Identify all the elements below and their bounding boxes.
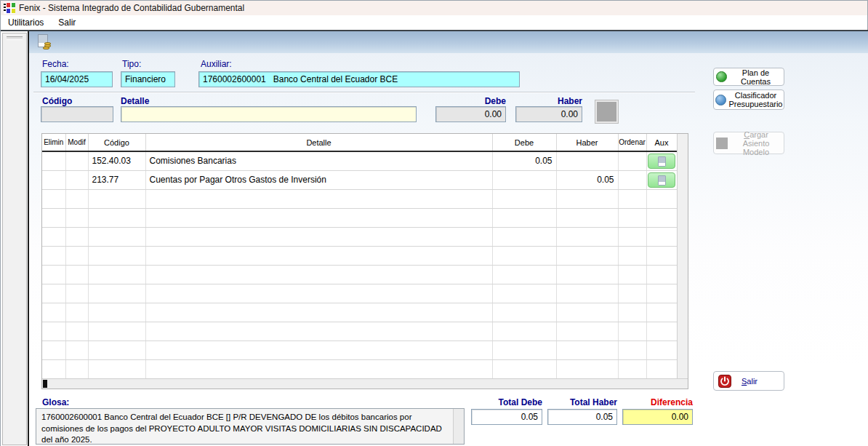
diferencia-field [622, 409, 693, 425]
empty-row[interactable] [42, 246, 677, 265]
empty-cell [88, 341, 145, 359]
empty-row[interactable] [42, 284, 677, 303]
empty-cell [145, 284, 492, 303]
detalle-input[interactable] [121, 106, 417, 122]
empty-cell [492, 265, 556, 284]
scrollbar-thumb[interactable] [43, 380, 47, 388]
empty-row[interactable] [42, 265, 677, 284]
empty-row[interactable] [42, 189, 677, 208]
salir-button[interactable]: Salir [713, 371, 784, 391]
empty-cell [556, 246, 618, 265]
menu-salir[interactable]: Salir [51, 16, 83, 29]
modif-cell[interactable] [65, 151, 88, 170]
debe-label: Debe [435, 96, 506, 106]
empty-cell [618, 359, 646, 378]
empty-cell [42, 284, 65, 303]
power-icon [718, 375, 731, 388]
glosa-scrollbar[interactable] [453, 409, 464, 444]
empty-cell [556, 265, 618, 284]
tipo-input[interactable] [121, 71, 175, 87]
codigo-cell: 213.77 [88, 170, 145, 189]
table-row[interactable]: 213.77 Cuentas por Pagar Otros Gastos de… [42, 170, 677, 189]
empty-cell [646, 284, 677, 303]
empty-cell [65, 341, 88, 359]
empty-row[interactable] [42, 227, 677, 246]
empty-cell [556, 227, 618, 246]
empty-cell [65, 227, 88, 246]
empty-cell [492, 303, 556, 322]
header-debe[interactable]: Debe [492, 134, 556, 151]
clasificador-label: ClasificadorPresupuestario [729, 91, 783, 108]
codigo-input[interactable] [41, 106, 113, 122]
empty-cell [646, 189, 677, 208]
debe-input[interactable] [435, 106, 506, 122]
empty-row[interactable] [42, 303, 677, 322]
tipo-label: Tipo: [122, 59, 141, 69]
empty-cell [492, 189, 556, 208]
panel-grip-handle[interactable] [7, 36, 23, 40]
empty-cell [145, 208, 492, 227]
empty-cell [65, 189, 88, 208]
empty-cell [556, 284, 618, 303]
header-elimin[interactable]: Elimin [42, 134, 65, 151]
empty-cell [145, 359, 492, 378]
empty-cell [65, 284, 88, 303]
empty-cell [556, 208, 618, 227]
empty-cell [65, 359, 88, 378]
total-debe-field [471, 409, 542, 425]
modif-cell[interactable] [65, 170, 88, 189]
empty-cell [145, 227, 492, 246]
header-aux[interactable]: Aux [646, 134, 677, 151]
header-codigo[interactable]: Código [88, 134, 145, 151]
ordenar-cell[interactable] [618, 170, 646, 189]
empty-row[interactable] [42, 359, 677, 378]
empty-cell [42, 322, 65, 341]
add-entry-button[interactable] [595, 100, 618, 123]
gray-square-icon [716, 138, 728, 149]
elimin-cell[interactable] [42, 170, 65, 189]
journal-entry-icon[interactable] [37, 34, 52, 50]
header-haber[interactable]: Haber [556, 134, 618, 151]
empty-cell [646, 303, 677, 322]
aux-button[interactable] [648, 172, 675, 188]
grid-vertical-scrollbar[interactable] [677, 134, 688, 379]
empty-cell [646, 359, 677, 378]
app-icon [4, 2, 15, 14]
empty-cell [88, 303, 145, 322]
table-row[interactable]: 152.40.03 Comisiones Bancarias 0.05 [42, 151, 677, 170]
empty-cell [42, 341, 65, 359]
aux-button[interactable] [648, 154, 675, 169]
debe-cell [492, 170, 556, 189]
glosa-textarea[interactable]: 1760002600001 Banco Central del Ecuador … [36, 408, 465, 445]
empty-cell [145, 341, 492, 359]
plan-de-cuentas-button[interactable]: Plan de Cuentas [713, 68, 784, 86]
toolbar [29, 31, 868, 53]
empty-row[interactable] [42, 341, 677, 359]
header-ordenar[interactable]: Ordenar [618, 134, 646, 151]
header-detalle[interactable]: Detalle [145, 134, 492, 151]
elimin-cell[interactable] [42, 151, 65, 170]
haber-input[interactable] [515, 106, 582, 122]
empty-row[interactable] [42, 208, 677, 227]
glosa-label: Glosa: [42, 397, 69, 407]
grid-horizontal-scrollbar[interactable] [42, 378, 688, 389]
collapsed-side-panel[interactable] [2, 33, 27, 445]
ordenar-cell[interactable] [618, 151, 646, 170]
empty-row[interactable] [42, 322, 677, 341]
empty-cell [556, 303, 618, 322]
detalle-label: Detalle [121, 96, 149, 106]
menu-utilitarios[interactable]: Utilitarios [1, 16, 51, 29]
auxiliar-input[interactable] [198, 71, 520, 87]
clasificador-presupuestario-button[interactable]: ClasificadorPresupuestario [713, 89, 784, 110]
header-modif[interactable]: Modif [65, 134, 88, 151]
detalle-cell: Comisiones Bancarias [145, 151, 492, 170]
main-area: Fecha: Tipo: Auxiliar: Código Detalle De… [28, 31, 868, 446]
empty-cell [492, 284, 556, 303]
empty-cell [618, 208, 646, 227]
fecha-input[interactable] [41, 71, 113, 87]
total-haber-label: Total Haber [547, 397, 617, 407]
haber-cell [556, 151, 618, 170]
plan-de-cuentas-label: Plan de Cuentas [730, 68, 781, 86]
empty-cell [42, 227, 65, 246]
empty-cell [646, 246, 677, 265]
